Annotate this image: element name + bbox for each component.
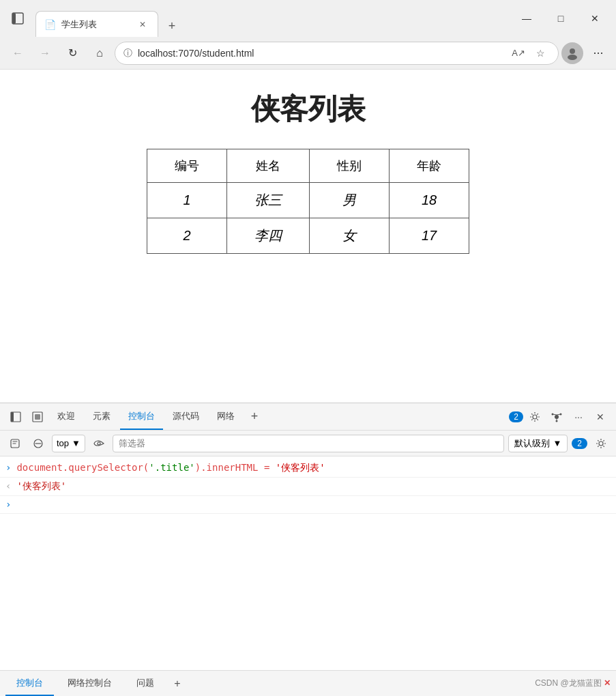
table-row: 1张三男18 <box>147 183 469 218</box>
address-bar[interactable]: ⓘ localhost:7070/student.html A↗ ☆ <box>115 42 559 65</box>
console-line-output: ‹ '侠客列表' <box>0 478 616 496</box>
student-table: 编号 姓名 性别 年龄 1张三男182李四女17 <box>147 149 469 254</box>
bottom-add-tab-btn[interactable]: + <box>168 674 187 693</box>
devtools-inspect-btn[interactable] <box>27 407 48 427</box>
profile-btn[interactable] <box>561 42 583 64</box>
devtools-error-badge: 2 <box>509 411 523 422</box>
console-line-input: › document.querySelector('.title').inner… <box>0 459 616 478</box>
top-label: top <box>57 438 69 448</box>
window-controls: — □ ✕ <box>511 8 611 29</box>
address-text: localhost:7070/student.html <box>138 48 503 59</box>
table-cell-1-1: 李四 <box>227 218 310 254</box>
sidebar-toggle-btn[interactable] <box>5 6 30 31</box>
refresh-btn[interactable]: ↻ <box>60 41 85 66</box>
tab-close-btn[interactable]: ✕ <box>136 18 149 31</box>
col-header-id: 编号 <box>147 149 227 183</box>
table-cell-1-3: 17 <box>390 218 469 254</box>
devtools-tab-bar: 欢迎 元素 控制台 源代码 网络 + 2 <box>0 403 616 431</box>
table-cell-0-1: 张三 <box>227 183 310 218</box>
bottom-tab-issues[interactable]: 问题 <box>126 671 165 696</box>
tab-bar: 📄 学生列表 ✕ + <box>35 0 505 37</box>
nav-bar: ← → ↻ ⌂ ⓘ localhost:7070/student.html A↗… <box>0 37 616 70</box>
tab-page-icon: 📄 <box>44 19 56 30</box>
console-block-btn[interactable] <box>29 434 48 453</box>
col-header-gender: 性别 <box>310 149 390 183</box>
back-btn[interactable]: ← <box>5 41 30 66</box>
console-command: document.querySelector('.title').innerHT… <box>16 462 611 474</box>
console-cursor-line[interactable]: › <box>0 496 616 514</box>
content-area: 侠客列表 编号 姓名 性别 年龄 1张三男182李四女17 <box>0 70 616 403</box>
info-icon: ⓘ <box>123 47 132 59</box>
console-result: '侠客列表' <box>16 480 611 493</box>
table-header-row: 编号 姓名 性别 年龄 <box>147 149 469 183</box>
svg-point-9 <box>555 415 559 419</box>
eye-btn[interactable] <box>89 434 108 453</box>
filter-input[interactable] <box>113 435 504 452</box>
minimize-btn[interactable]: — <box>511 8 542 29</box>
devtools-tab-source[interactable]: 源代码 <box>164 403 207 430</box>
close-btn[interactable]: ✕ <box>579 8 611 29</box>
devtools-network-btn[interactable] <box>546 407 567 427</box>
console-settings-btn[interactable] <box>591 434 611 453</box>
favorites-btn[interactable]: ☆ <box>531 44 550 63</box>
table-cell-1-2: 女 <box>310 218 390 254</box>
console-forward-btn[interactable] <box>5 434 25 453</box>
watermark-icon: ✕ <box>604 678 611 688</box>
svg-point-3 <box>568 55 577 60</box>
read-aloud-btn[interactable]: A↗ <box>509 44 528 63</box>
table-row: 2李四女17 <box>147 218 469 254</box>
table-cell-0-0: 1 <box>147 183 227 218</box>
svg-point-8 <box>533 415 537 419</box>
watermark: CSDN @龙猫蓝图 ✕ <box>535 678 611 689</box>
console-input-prompt: › <box>5 462 11 473</box>
console-badge: 2 <box>572 438 587 449</box>
devtools-bottom-bar: 控制台 网络控制台 问题 + CSDN @龙猫蓝图 ✕ <box>0 670 616 696</box>
console-cursor-prompt: › <box>5 499 11 510</box>
browser-window: 📄 学生列表 ✕ + — □ ✕ ← → ↻ ⌂ ⓘ localhost:707… <box>0 0 616 696</box>
table-body: 1张三男182李四女17 <box>147 183 469 254</box>
level-dropdown-icon: ▼ <box>553 438 561 448</box>
forward-btn[interactable]: → <box>33 41 57 66</box>
devtools-tab-elements[interactable]: 元素 <box>85 403 119 430</box>
devtools-more-btn[interactable]: ··· <box>568 407 589 427</box>
home-btn[interactable]: ⌂ <box>87 41 112 66</box>
svg-rect-1 <box>12 13 16 24</box>
svg-rect-7 <box>35 414 40 420</box>
console-output-prompt: ‹ <box>5 480 11 491</box>
devtools-toolbar: top ▼ 默认级别 ▼ 2 <box>0 431 616 456</box>
devtools-tab-console[interactable]: 控制台 <box>120 403 163 430</box>
more-options-btn[interactable]: ··· <box>586 41 611 66</box>
devtools-close-btn[interactable]: ✕ <box>590 407 611 427</box>
devtools-tab-network[interactable]: 网络 <box>209 403 243 430</box>
svg-rect-5 <box>11 412 14 422</box>
svg-point-12 <box>556 420 558 422</box>
bottom-tab-network-console[interactable]: 网络控制台 <box>57 671 123 696</box>
tab-title: 学生列表 <box>61 18 130 31</box>
active-tab[interactable]: 📄 学生列表 ✕ <box>35 11 158 37</box>
top-context-selector[interactable]: top ▼ <box>52 435 85 452</box>
page-content: 侠客列表 编号 姓名 性别 年龄 1张三男182李四女17 <box>0 70 616 403</box>
console-output[interactable]: › document.querySelector('.title').inner… <box>0 456 616 670</box>
top-dropdown-icon: ▼ <box>72 438 80 448</box>
table-cell-0-3: 18 <box>390 183 469 218</box>
level-selector[interactable]: 默认级别 ▼ <box>508 435 568 452</box>
table-cell-0-2: 男 <box>310 183 390 218</box>
devtools-panel: 欢迎 元素 控制台 源代码 网络 + 2 <box>0 403 616 696</box>
bottom-tab-console[interactable]: 控制台 <box>5 671 54 696</box>
devtools-add-tab-btn[interactable]: + <box>244 407 265 427</box>
table-cell-1-0: 2 <box>147 218 227 254</box>
page-title: 侠客列表 <box>251 90 366 128</box>
devtools-settings-btn[interactable] <box>525 407 545 427</box>
col-header-name: 姓名 <box>227 149 310 183</box>
level-label: 默认级别 <box>514 437 550 450</box>
address-actions: A↗ ☆ <box>509 44 550 63</box>
maximize-btn[interactable]: □ <box>545 8 576 29</box>
title-bar: 📄 学生列表 ✕ + — □ ✕ <box>0 0 616 37</box>
new-tab-btn[interactable]: + <box>161 15 183 37</box>
devtools-tab-welcome[interactable]: 欢迎 <box>49 403 83 430</box>
svg-point-2 <box>570 48 575 54</box>
devtools-sidebar-toggle[interactable] <box>5 407 26 427</box>
svg-point-20 <box>599 441 603 446</box>
svg-point-19 <box>98 442 100 445</box>
col-header-age: 年龄 <box>390 149 469 183</box>
